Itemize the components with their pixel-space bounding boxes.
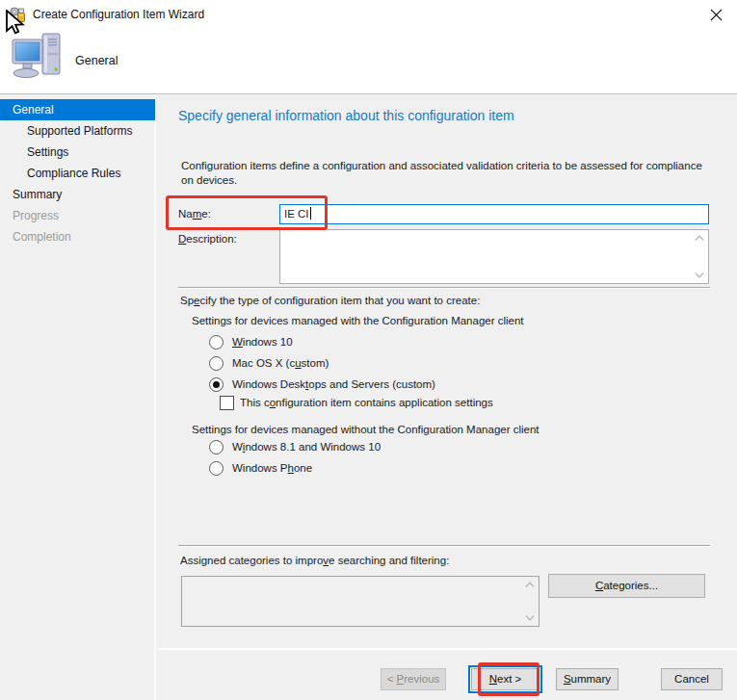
sidebar-item-general[interactable]: General	[0, 99, 155, 120]
intro-text: Configuration items define a configurati…	[181, 159, 717, 188]
scroll-down-icon	[524, 614, 536, 622]
wizard-header-band: Create Configuration Item Wizard	[0, 0, 737, 94]
radio-windows-phone[interactable]: Windows Phone	[209, 460, 312, 476]
wizard-step-title: General	[75, 54, 118, 67]
window-title: Create Configuration Item Wizard	[33, 8, 204, 21]
description-input-value	[280, 233, 284, 245]
sidebar-item-completion: Completion	[0, 226, 155, 247]
categories-list	[181, 576, 540, 627]
radio-icon	[209, 440, 224, 454]
scroll-down-icon	[694, 272, 705, 279]
group-with-client-label: Settings for devices managed with the Co…	[192, 315, 524, 326]
create-configuration-item-wizard-window: Create Configuration Item Wizard	[0, 0, 737, 700]
radio-icon	[209, 335, 224, 350]
scroll-up-icon	[694, 234, 705, 242]
radio-icon	[209, 356, 224, 371]
checkbox-application-settings[interactable]: This configuration item contains applica…	[220, 395, 493, 410]
mouse-cursor	[4, 10, 25, 37]
sidebar-item-progress: Progress	[0, 205, 155, 226]
radio-windows-desktops-servers-custom[interactable]: Windows Desktops and Servers (custom)	[209, 376, 435, 392]
name-input[interactable]: IE CI	[279, 204, 709, 224]
sidebar-item-summary[interactable]: Summary	[0, 184, 155, 205]
categories-button[interactable]: Categories...	[548, 574, 705, 598]
next-button-focus-ring: Next >	[468, 665, 542, 693]
group-without-client-label: Settings for devices managed without the…	[192, 424, 540, 435]
categories-list-value	[182, 580, 186, 591]
sidebar-item-compliance-rules[interactable]: Compliance Rules	[0, 163, 155, 184]
next-button[interactable]: Next >	[471, 668, 540, 690]
previous-button: < Previous	[381, 668, 446, 690]
description-label: Description:	[178, 233, 237, 245]
radio-windows-81-and-10[interactable]: Windows 8.1 and Windows 10	[209, 439, 381, 454]
name-label: Name:	[178, 208, 211, 220]
radio-icon	[209, 377, 224, 392]
summary-button[interactable]: Summary	[556, 668, 619, 690]
name-input-value: IE CI	[284, 208, 309, 220]
description-input[interactable]	[279, 229, 709, 284]
sidebar-item-settings[interactable]: Settings	[0, 142, 155, 163]
radio-windows-10[interactable]: Windows 10	[209, 334, 293, 350]
close-button[interactable]	[701, 4, 730, 27]
radio-mac-os-x-custom[interactable]: Mac OS X (custom)	[209, 355, 329, 371]
footer-divider	[157, 648, 737, 650]
page-title: Specify general information about this c…	[178, 108, 514, 123]
specify-type-label: Specify the type of configuration item t…	[180, 295, 480, 306]
scroll-up-icon	[524, 581, 536, 588]
categories-label: Assigned categories to improve searching…	[180, 555, 449, 566]
radio-icon	[209, 461, 224, 476]
computer-icon	[12, 32, 64, 88]
cancel-button[interactable]: Cancel	[661, 668, 723, 690]
checkbox-icon	[220, 396, 234, 410]
wizard-steps-sidebar: General Supported Platforms Settings Com…	[0, 99, 155, 247]
section-separator-categories	[178, 545, 710, 547]
section-separator-top	[178, 287, 710, 289]
sidebar-item-supported-platforms[interactable]: Supported Platforms	[0, 120, 155, 142]
text-caret	[310, 207, 311, 220]
